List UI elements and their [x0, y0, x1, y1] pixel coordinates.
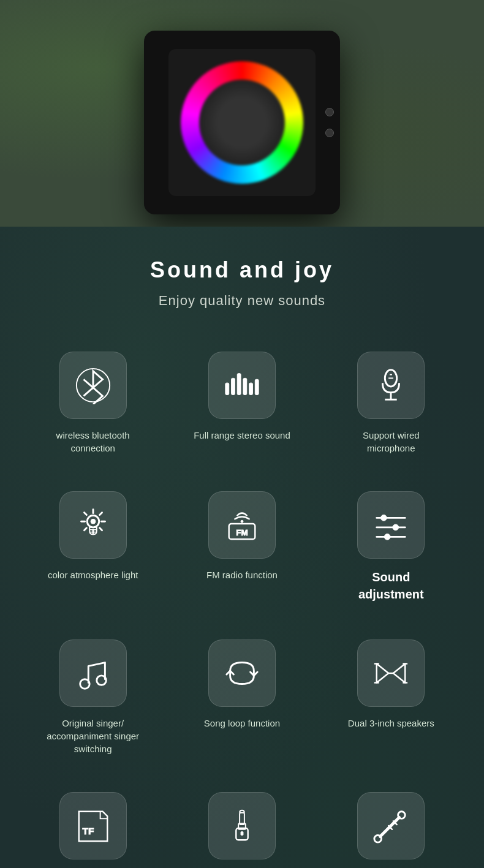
- features-grid: wireless bluetooth connection Full range…: [18, 339, 466, 868]
- content-section: Sound and joy Enjoy quality new sounds w…: [0, 227, 484, 868]
- tf-icon-wrap: TF: [59, 792, 127, 859]
- section-title: Sound and joy: [18, 257, 466, 283]
- tf-card-icon: TF: [74, 807, 112, 845]
- svg-text:FM: FM: [236, 528, 248, 537]
- singer-icon-wrap: [59, 640, 127, 707]
- microphone-icon-wrap: [357, 352, 425, 419]
- svg-rect-1: [225, 383, 229, 394]
- side-dot-2: [325, 129, 334, 137]
- feature-tf: TF TF card reading function: [18, 780, 167, 868]
- feature-singer: Original singer/ accompaniment singer sw…: [18, 627, 167, 774]
- sound-icon-wrap: [357, 491, 425, 559]
- section-subtitle: Enjoy quality new sounds: [18, 293, 466, 309]
- side-controls: [325, 108, 334, 137]
- udisk-icon-wrap: [208, 792, 276, 859]
- aux-icon-wrap: [357, 792, 425, 859]
- svg-rect-2: [232, 378, 235, 394]
- music-icon: [74, 654, 112, 692]
- feature-aux: Support AUX audio port: [317, 780, 466, 868]
- feature-loop: Song loop function: [167, 627, 316, 774]
- svg-point-48: [398, 812, 406, 819]
- svg-point-32: [385, 534, 391, 540]
- svg-point-26: [241, 520, 243, 523]
- equalizer-icon: [372, 506, 410, 544]
- side-dot-1: [325, 108, 334, 116]
- hero-section: [0, 0, 484, 227]
- svg-line-20: [99, 513, 102, 515]
- stereo-icon-wrap: [208, 352, 276, 419]
- aux-icon: [372, 807, 410, 845]
- speaker-visual: [0, 0, 484, 227]
- feature-bluetooth: wireless bluetooth connection: [18, 339, 167, 473]
- stereo-label: Full range stereo sound: [194, 429, 290, 442]
- bluetooth-icon: [74, 366, 112, 404]
- fm-icon-wrap: FM: [208, 491, 276, 559]
- light-icon: [74, 506, 112, 544]
- svg-point-34: [96, 676, 106, 685]
- feature-light: color atmosphere light: [18, 479, 167, 621]
- fm-icon: FM: [223, 506, 261, 544]
- svg-point-49: [374, 836, 382, 843]
- feature-stereo: Full range stereo sound: [167, 339, 316, 473]
- feature-speakers: Dual 3-inch speakers: [317, 627, 466, 774]
- svg-line-21: [84, 528, 86, 530]
- stereo-icon: [223, 366, 261, 404]
- singer-label: Original singer/ accompaniment singer sw…: [44, 717, 142, 755]
- rainbow-ring: [181, 61, 303, 184]
- svg-rect-5: [249, 383, 253, 394]
- bluetooth-label: wireless bluetooth connection: [44, 429, 142, 455]
- loop-icon: [223, 654, 261, 692]
- speaker-box: [144, 31, 340, 214]
- svg-point-33: [80, 679, 89, 689]
- speakers-label: Dual 3-inch speakers: [348, 717, 434, 730]
- loop-icon-wrap: [208, 640, 276, 707]
- microphone-icon: [372, 366, 410, 404]
- speaker-grill: [168, 49, 316, 196]
- loop-label: Song loop function: [204, 717, 280, 730]
- feature-microphone: Support wired microphone: [317, 339, 466, 473]
- svg-point-30: [393, 524, 399, 530]
- microphone-label: Support wired microphone: [342, 429, 440, 455]
- svg-point-28: [381, 515, 387, 521]
- feature-fm: FM FM radio function: [167, 479, 316, 621]
- fm-label: FM radio function: [206, 568, 278, 581]
- svg-rect-6: [255, 379, 259, 394]
- feature-udisk: U disk reading function: [167, 780, 316, 868]
- svg-rect-46: [241, 832, 243, 836]
- bluetooth-icon-wrap: [59, 352, 127, 419]
- speakers-icon-wrap: [357, 640, 425, 707]
- svg-rect-3: [237, 374, 241, 395]
- svg-line-19: [99, 528, 102, 530]
- svg-line-18: [84, 513, 86, 515]
- svg-text:TF: TF: [82, 826, 94, 836]
- svg-rect-4: [243, 378, 247, 394]
- usb-icon: [223, 807, 261, 845]
- light-label: color atmosphere light: [48, 568, 138, 581]
- sound-label: Sound adjustment: [342, 568, 440, 603]
- feature-sound: Sound adjustment: [317, 479, 466, 621]
- light-icon-wrap: [59, 491, 127, 559]
- svg-marker-36: [393, 664, 405, 683]
- svg-marker-35: [377, 664, 388, 683]
- speaker-center: [199, 80, 285, 165]
- bowtie-icon: [372, 654, 410, 692]
- svg-point-13: [91, 519, 96, 524]
